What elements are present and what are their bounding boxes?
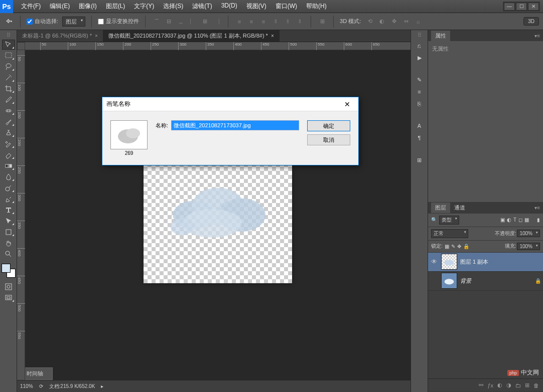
- dialog-title-text: 画笔名称: [106, 100, 130, 108]
- name-field-row: 名称:: [156, 120, 299, 130]
- dialog-overlay: 画笔名称 ✕ 269 名称: 确定 取消: [0, 0, 543, 392]
- brush-name-input[interactable]: [171, 120, 299, 130]
- dialog-form: 名称:: [156, 120, 299, 134]
- brush-name-dialog: 画笔名称 ✕ 269 名称: 确定 取消: [102, 97, 359, 165]
- svg-point-19: [126, 128, 140, 138]
- ok-button[interactable]: 确定: [307, 120, 350, 131]
- dialog-buttons: 确定 取消: [307, 120, 350, 145]
- dialog-titlebar[interactable]: 画笔名称 ✕: [102, 97, 358, 111]
- brush-preview: 269: [110, 120, 148, 156]
- brush-size-label: 269: [110, 150, 148, 156]
- close-icon[interactable]: ✕: [340, 99, 354, 109]
- brush-preview-thumbnail: [110, 120, 148, 149]
- dialog-body: 269 名称: 确定 取消: [102, 111, 358, 165]
- cancel-button[interactable]: 取消: [307, 134, 350, 145]
- name-label: 名称:: [156, 122, 168, 129]
